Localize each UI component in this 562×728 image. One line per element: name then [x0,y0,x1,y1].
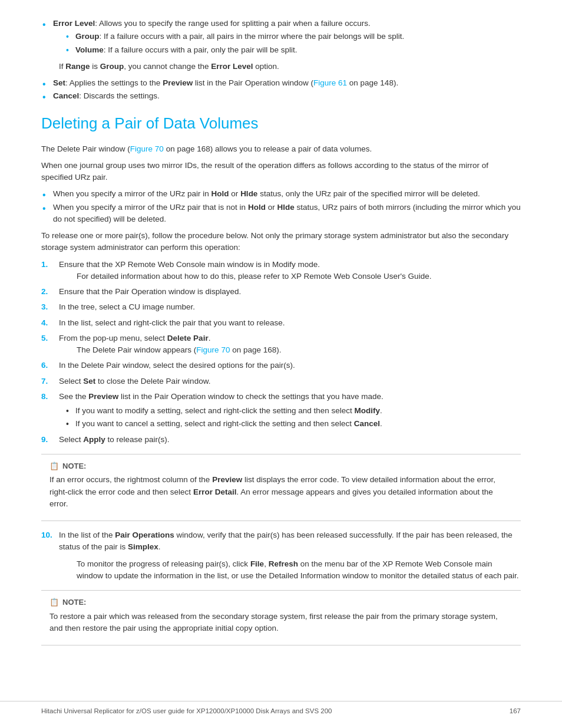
step-6: In the Delete Pair window, select the de… [41,360,521,371]
condition-list: When you specify a mirror of the URz pai… [41,188,521,225]
top-bullet-list: Error Level: Allows you to specify the r… [41,18,521,56]
footer-right: 167 [510,706,521,716]
step-7-text: Select Set to close the Delete Pair wind… [59,377,210,386]
note-2-label: 📋 NOTE: [49,597,513,608]
footer-left: Hitachi Universal Replicator for z/OS us… [41,706,332,716]
figure-70-link-1[interactable]: Figure 70 [130,144,164,153]
step-2: Ensure that the Pair Operation window is… [41,286,521,298]
section-intro2: When one journal group uses two mirror I… [41,160,521,184]
volume-item: Volume: If a failure occurs with a pair,… [65,44,521,56]
step-9-text: Select Apply to release pair(s). [59,435,170,444]
step-4-text: In the list, select and right-click the … [59,318,285,327]
figure-70-link-2[interactable]: Figure 70 [196,345,230,354]
step-1: Ensure that the XP Remote Web Console ma… [41,259,521,283]
page-footer: Hitachi Universal Replicator for z/OS us… [0,701,562,716]
note-1-text: If an error occurs, the rightmost column… [49,474,513,510]
step-10-list: In the list of the Pair Operations windo… [41,529,521,582]
top-section: Error Level: Allows you to specify the r… [41,18,521,103]
set-item: Set: Applies the settings to the Preview… [41,77,521,89]
step-2-text: Ensure that the Pair Operation window is… [59,287,241,296]
condition-hold: When you specify a mirror of the URz pai… [41,188,521,200]
step-10: In the list of the Pair Operations windo… [41,529,521,582]
step-1-text: Ensure that the XP Remote Web Console ma… [59,260,320,269]
error-level-sub-list: Group: If a failure occurs with a pair, … [65,31,521,56]
step-3-text: In the tree, select a CU image number. [59,302,195,311]
set-cancel-list: Set: Applies the settings to the Preview… [41,77,521,103]
step-8-sub-list: If you want to modify a setting, select … [65,405,521,430]
steps-list: Ensure that the XP Remote Web Console ma… [41,259,521,446]
section-intro1: The Delete Pair window (Figure 70 on pag… [41,143,521,155]
error-level-label: Error Level: Allows you to specify the r… [53,19,371,28]
section-title: Deleting a Pair of Data Volumes [41,112,521,135]
step-4: In the list, select and right-click the … [41,317,521,329]
step-8-sub-1: If you want to modify a setting, select … [65,405,521,417]
page: Error Level: Allows you to specify the r… [0,0,562,728]
group-item: Group: If a failure occurs with a pair, … [65,31,521,42]
note-1-label: 📋 NOTE: [49,460,513,472]
note-2-text: To restore a pair which was released fro… [49,611,513,635]
cancel-item: Cancel: Discards the settings. [41,90,521,102]
step-10-text: In the list of the Pair Operations windo… [59,529,521,554]
step-1-note: For detailed information about how to do… [77,271,521,282]
note-icon-1: 📋 [49,460,59,472]
step-3: In the tree, select a CU image number. [41,301,521,313]
step-8-text: See the Preview list in the Pair Operati… [59,392,384,401]
step-7: Select Set to close the Delete Pair wind… [41,375,521,387]
step-6-text: In the Delete Pair window, select the de… [59,361,295,370]
range-note: If Range is Group, you cannot change the… [59,61,521,73]
step-5-note: The Delete Pair window appears (Figure 7… [77,344,521,356]
note-icon-2: 📋 [49,597,59,608]
condition-not-hold: When you specify a mirror of the URz pai… [41,202,521,226]
error-level-item: Error Level: Allows you to specify the r… [41,18,521,56]
note-box-2: 📋 NOTE: To restore a pair which was rele… [41,590,521,645]
step-5: From the pop-up menu, select Delete Pair… [41,332,521,357]
figure-61-link[interactable]: Figure 61 [313,78,347,87]
procedure-intro: To release one or more pair(s), follow t… [41,230,521,254]
step-9: Select Apply to release pair(s). [41,434,521,446]
step-8: See the Preview list in the Pair Operati… [41,391,521,430]
step-5-text: From the pop-up menu, select Delete Pair… [59,334,210,342]
note-box-1: 📋 NOTE: If an error occurs, the rightmos… [41,454,521,521]
step-10-para2: To monitor the progress of releasing pai… [77,558,521,582]
step-8-sub-2: If you want to cancel a setting, select … [65,418,521,430]
